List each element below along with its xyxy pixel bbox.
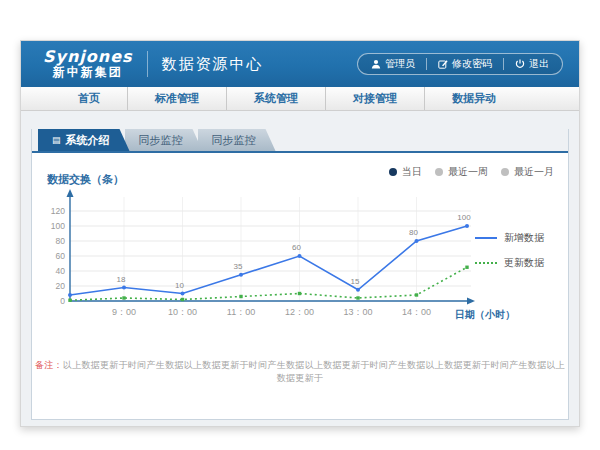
app-window: Synjones 新中新集团 数据资源中心 管理员 修改密码 [20, 40, 580, 427]
user-toolbar: 管理员 修改密码 退出 [357, 53, 563, 75]
user-icon [371, 59, 381, 69]
nav-item-home[interactable]: 首页 [51, 87, 128, 110]
footer-note: 备注：以上数据更新于时间产生数据以上数据更新于时间产生数据以上数据更新于时间产生… [32, 359, 568, 385]
nav-item-integration-mgmt[interactable]: 对接管理 [326, 87, 425, 110]
tab-label: 同步监控 [212, 133, 256, 148]
edit-icon [438, 59, 448, 69]
legend-item-new-data: 新增数据 [475, 231, 544, 245]
nav-item-standard-mgmt[interactable]: 标准管理 [128, 87, 227, 110]
svg-text:日期（小时）: 日期（小时） [455, 309, 515, 320]
svg-text:120: 120 [51, 206, 65, 216]
legend-line-icon [475, 237, 497, 239]
main-nav: 首页标准管理系统管理对接管理数据异动 [21, 87, 579, 111]
note-text: 以上数据更新于时间产生数据以上数据更新于时间产生数据以上数据更新于时间产生数据以… [63, 360, 565, 383]
document-icon: ▤ [52, 136, 61, 145]
power-icon [515, 59, 525, 69]
svg-text:18: 18 [117, 275, 126, 284]
svg-text:80: 80 [409, 228, 418, 237]
tab-label: 系统介绍 [66, 133, 110, 148]
app-header: Synjones 新中新集团 数据资源中心 管理员 修改密码 [21, 41, 579, 87]
tab-bar: ▤系统介绍同步监控同步监控 [32, 129, 568, 151]
svg-text:20: 20 [56, 281, 66, 291]
svg-text:100: 100 [457, 213, 471, 222]
tab-system-intro[interactable]: ▤系统介绍 [38, 129, 130, 151]
logout-label: 退出 [529, 57, 549, 71]
legend-label: 新增数据 [504, 231, 544, 245]
tab-label: 同步监控 [139, 133, 183, 148]
svg-text:0: 0 [60, 296, 65, 306]
logout-button[interactable]: 退出 [504, 57, 560, 71]
user-menu-button[interactable]: 管理员 [360, 57, 426, 71]
svg-text:10: 10 [175, 281, 184, 290]
svg-text:14：00: 14：00 [402, 307, 431, 317]
svg-text:40: 40 [56, 266, 66, 276]
svg-text:35: 35 [234, 262, 243, 271]
svg-text:60: 60 [56, 251, 66, 261]
content-panel: ▤系统介绍同步监控同步监控 当日最近一周最近一月 020406080100120… [31, 129, 569, 420]
change-password-button[interactable]: 修改密码 [427, 57, 503, 71]
svg-text:9：00: 9：00 [112, 307, 136, 317]
svg-text:13：00: 13：00 [343, 307, 372, 317]
legend-item-update-data: 更新数据 [475, 256, 544, 270]
change-password-label: 修改密码 [452, 57, 492, 71]
company-logo: Synjones 新中新集团 [43, 49, 133, 78]
chart-legend: 新增数据更新数据 [475, 231, 544, 270]
svg-text:100: 100 [51, 221, 65, 231]
logo-brand-text: Synjones [43, 49, 133, 66]
nav-item-system-mgmt[interactable]: 系统管理 [227, 87, 326, 110]
note-prefix: 备注： [35, 360, 63, 370]
logo-company-name: 新中新集团 [53, 66, 123, 79]
svg-text:15: 15 [351, 277, 360, 286]
svg-text:数据交换（条）: 数据交换（条） [46, 173, 124, 186]
user-label: 管理员 [385, 57, 415, 71]
tab-sync-monitor[interactable]: 同步监控 [125, 129, 203, 151]
page-title: 数据资源中心 [162, 55, 264, 74]
svg-text:60: 60 [292, 243, 301, 252]
panel-body: 当日最近一周最近一月 0204060801001209：0010：0011：00… [32, 153, 568, 418]
nav-item-data-change[interactable]: 数据异动 [425, 87, 523, 110]
svg-text:11：00: 11：00 [227, 307, 255, 317]
header-divider [147, 51, 148, 77]
tab-sync-monitor-2[interactable]: 同步监控 [198, 129, 276, 151]
content-area: ▤系统介绍同步监控同步监控 当日最近一周最近一月 020406080100120… [21, 111, 579, 426]
legend-line-icon [475, 262, 497, 264]
svg-text:10：00: 10：00 [168, 307, 197, 317]
svg-text:12：00: 12：00 [285, 307, 314, 317]
svg-text:80: 80 [56, 236, 66, 246]
legend-label: 更新数据 [504, 256, 544, 270]
